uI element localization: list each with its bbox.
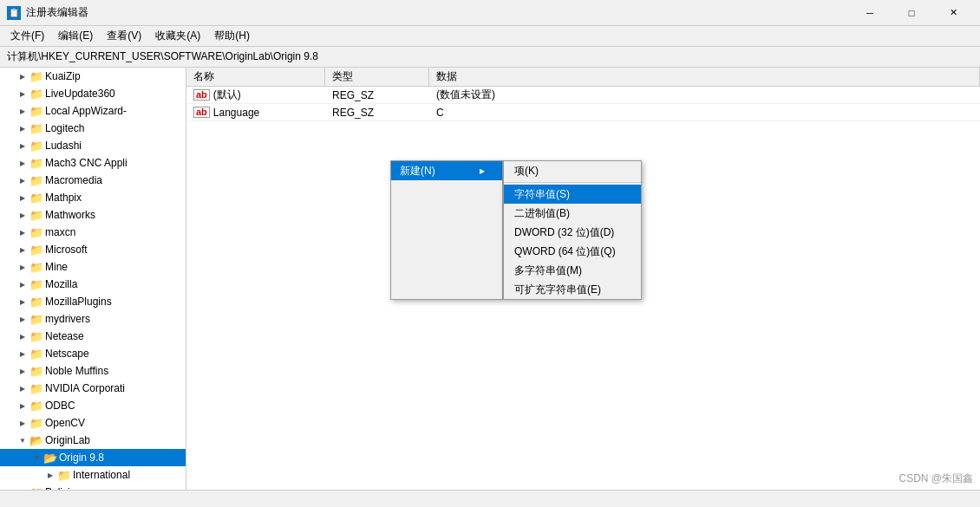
folder-icon: 📁 <box>29 121 43 135</box>
expand-arrow: ▼ <box>31 452 42 463</box>
tree-label: mydrivers <box>45 313 90 325</box>
table-row[interactable]: ab (默认) REG_SZ (数值未设置) <box>186 87 980 104</box>
tree-label: Logitech <box>45 122 84 134</box>
folder-icon: 📁 <box>29 104 43 118</box>
tree-item-mathworks[interactable]: ▶ 📁 Mathworks <box>0 206 186 224</box>
submenu-label: QWORD (64 位)值(Q) <box>514 244 616 259</box>
submenu-item-multistring[interactable]: 多字符串值(M) <box>504 261 641 280</box>
table-header: 名称 类型 数据 <box>186 68 980 87</box>
expand-arrow: ▶ <box>17 106 28 116</box>
tree-item-mach3[interactable]: ▶ 📁 Mach3 CNC Appli <box>0 154 186 172</box>
tree-item-logitech[interactable]: ▶ 📁 Logitech <box>0 120 186 137</box>
expand-arrow: ▶ <box>17 348 28 359</box>
tree-item-mozillaplugins[interactable]: ▶ 📁 MozillaPlugins <box>0 293 186 310</box>
tree-item-netease[interactable]: ▶ 📁 Netease <box>0 328 186 345</box>
menu-help[interactable]: 帮助(H) <box>207 26 257 46</box>
tree-item-microsoft[interactable]: ▶ 📁 Microsoft <box>0 241 186 258</box>
expand-arrow: ▶ <box>17 210 28 220</box>
tree-label: ODBC <box>45 400 75 412</box>
expand-arrow: ▶ <box>17 400 28 411</box>
menu-edit[interactable]: 编辑(E) <box>51 26 100 46</box>
folder-icon: 📁 <box>57 468 71 482</box>
close-button[interactable]: ✕ <box>933 0 973 26</box>
window-title: 注册表编辑器 <box>26 5 88 20</box>
tree-item-mathpix[interactable]: ▶ 📁 Mathpix <box>0 189 186 206</box>
tree-item-nvidia[interactable]: ▶ 📁 NVIDIA Corporati <box>0 380 186 397</box>
folder-icon: 📁 <box>29 485 43 490</box>
folder-icon: 📁 <box>29 399 43 413</box>
menu-file[interactable]: 文件(F) <box>3 26 51 46</box>
tree-label: Microsoft <box>45 244 88 256</box>
expand-arrow: ▶ <box>17 296 28 307</box>
tree-item-kuaizip[interactable]: ▶ 📁 KuaiZip <box>0 68 186 85</box>
tree-item-maxcn[interactable]: ▶ 📁 maxcn <box>0 224 186 241</box>
table-row[interactable]: ab Language REG_SZ C <box>186 104 980 121</box>
expand-arrow: ▶ <box>17 262 28 272</box>
menu-view[interactable]: 查看(V) <box>100 26 148 46</box>
tree-label: Mathpix <box>45 192 82 204</box>
submenu-item-binary[interactable]: 二进制值(B) <box>504 204 641 223</box>
submenu-arrow: ▶ <box>480 167 485 175</box>
tree-item-mine[interactable]: ▶ 📁 Mine <box>0 258 186 276</box>
tree-item-international[interactable]: ▶ 📁 International <box>0 466 186 484</box>
tree-item-localappwizard[interactable]: ▶ 📁 Local AppWizard- <box>0 102 186 120</box>
new-label: 新建(N) <box>400 164 435 179</box>
menu-favorites[interactable]: 收藏夹(A) <box>148 26 207 46</box>
expand-arrow: ▶ <box>17 71 28 81</box>
tree-label: Netease <box>45 330 84 342</box>
title-bar: 📋 注册表编辑器 ─ □ ✕ <box>0 0 980 26</box>
tree-item-noblemuffins[interactable]: ▶ 📁 Noble Muffins <box>0 362 186 380</box>
tree-item-opencv[interactable]: ▶ 📁 OpenCV <box>0 414 186 432</box>
folder-icon: 📁 <box>29 225 43 239</box>
cell-name-language: ab Language <box>186 105 325 120</box>
value-name: Language <box>213 107 259 119</box>
tree-item-odbc[interactable]: ▶ 📁 ODBC <box>0 397 186 414</box>
submenu-item-qword[interactable]: QWORD (64 位)值(Q) <box>504 242 641 261</box>
tree-item-mozilla[interactable]: ▶ 📁 Mozilla <box>0 276 186 293</box>
expand-arrow: ▶ <box>17 314 28 324</box>
header-name: 名称 <box>186 68 325 86</box>
window-controls: ─ □ ✕ <box>850 0 973 26</box>
expand-arrow: ▶ <box>17 88 28 99</box>
tree-label: NVIDIA Corporati <box>45 382 125 394</box>
submenu-label: 二进制值(B) <box>514 206 570 221</box>
tree-item-originlab[interactable]: ▼ 📂 OriginLab <box>0 432 186 449</box>
tree-label: Origin 9.8 <box>59 452 104 464</box>
submenu-item-expandstring[interactable]: 可扩充字符串值(E) <box>504 280 641 299</box>
folder-icon: 📁 <box>29 191 43 205</box>
folder-icon: 📁 <box>29 364 43 378</box>
cell-name-default: ab (默认) <box>186 87 325 104</box>
tree-item-macromedia[interactable]: ▶ 📁 Macromedia <box>0 172 186 189</box>
expand-arrow: ▶ <box>17 158 28 168</box>
tree-label: Noble Muffins <box>45 365 108 377</box>
expand-arrow: ▶ <box>17 140 28 151</box>
submenu-label: 可扩充字符串值(E) <box>514 283 601 297</box>
maximize-button[interactable]: □ <box>892 0 931 26</box>
tree-label: Macromedia <box>45 174 102 186</box>
tree-label: Netscape <box>45 348 89 360</box>
tree-label: Mine <box>45 261 68 273</box>
tree-item-origin98[interactable]: ▼ 📂 Origin 9.8 <box>0 449 186 466</box>
tree-label: Ludashi <box>45 140 82 152</box>
tree-item-liveupdate360[interactable]: ▶ 📁 LiveUpdate360 <box>0 85 186 102</box>
tree-item-netscape[interactable]: ▶ 📁 Netscape <box>0 345 186 362</box>
tree-pane[interactable]: ▶ 📁 KuaiZip ▶ 📁 LiveUpdate360 ▶ 📁 Local … <box>0 68 186 490</box>
submenu-item-string[interactable]: 字符串值(S) <box>504 185 641 204</box>
app-icon: 📋 <box>7 6 21 20</box>
tree-item-ludashi[interactable]: ▶ 📁 Ludashi <box>0 137 186 154</box>
tree-label: LiveUpdate360 <box>45 88 115 100</box>
tree-label: maxcn <box>45 226 75 238</box>
submenu-label: 项(K) <box>514 164 539 179</box>
submenu-label: DWORD (32 位)值(D) <box>514 225 614 240</box>
tree-item-mydrivers[interactable]: ▶ 📁 mydrivers <box>0 310 186 328</box>
cell-type-language: REG_SZ <box>325 105 429 120</box>
submenu-label: 多字符串值(M) <box>514 263 582 278</box>
expand-arrow: ▶ <box>17 418 28 428</box>
submenu-item-dword[interactable]: DWORD (32 位)值(D) <box>504 223 641 242</box>
folder-icon: 📂 <box>29 433 43 447</box>
submenu-item-key[interactable]: 项(K) <box>504 161 641 180</box>
minimize-button[interactable]: ─ <box>850 0 890 26</box>
tree-item-policies[interactable]: ▶ 📁 Policies <box>0 484 186 490</box>
expand-arrow: ▶ <box>17 175 28 185</box>
context-menu-new[interactable]: 新建(N) ▶ <box>391 161 502 180</box>
